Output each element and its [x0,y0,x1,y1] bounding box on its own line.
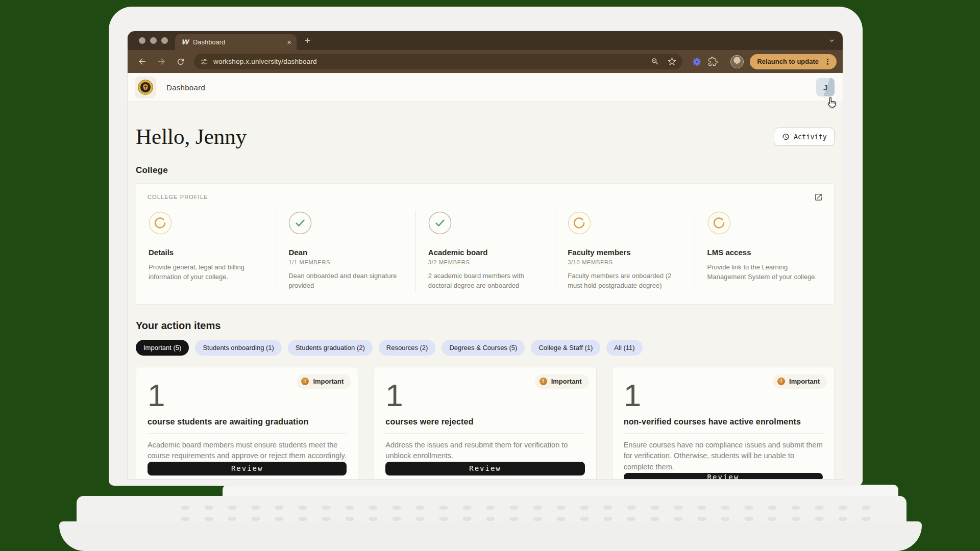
badge-label: Important [789,378,820,385]
activity-button[interactable]: Activity [774,128,835,146]
tab-close-icon[interactable]: × [287,38,291,46]
check-icon [288,211,312,235]
action-card-rejected-courses: Important 1 courses were rejected Addres… [374,367,596,479]
card-title: non-verified courses have active enrolme… [624,417,823,427]
review-button[interactable]: Review [624,473,823,479]
chip-resources[interactable]: Resources (2) [379,340,436,356]
college-logo[interactable] [135,77,156,98]
tab-title: Dashboard [193,39,282,46]
browser-tab-dashboard[interactable]: W Dashboard × [175,34,297,50]
dashboard-page: Dashboard J Hello, Jenny Activity Colleg… [128,73,843,479]
step-desc: Dean onboarded and dean signature provid… [288,271,402,291]
forward-icon[interactable] [153,54,169,70]
browser-toolbar: workshop.x.university/dashboard [128,50,843,73]
browser-tabstrip: W Dashboard × + [128,31,843,50]
step-details[interactable]: Details Provide general, legal and billi… [136,211,276,291]
important-icon [301,378,309,385]
reload-icon[interactable] [173,54,189,70]
traffic-light-minimize[interactable] [150,37,157,44]
chip-important[interactable]: Important (5) [136,340,189,356]
review-button[interactable]: Review [148,462,347,475]
tab-search-chevron-icon[interactable] [828,37,836,44]
laptop-base [59,521,922,551]
app-header: Dashboard J [128,73,843,102]
progress-spinner-icon [149,211,172,235]
traffic-light-zoom[interactable] [161,37,168,44]
step-name: Details [149,248,262,257]
history-icon [781,133,790,141]
step-dean[interactable]: Dean 1/1 MEMBERS Dean onboarded and dean… [276,211,415,291]
card-description: Address the issues and resubmit them for… [385,440,584,462]
step-desc: 2 academic board members with doctoral d… [428,271,542,291]
badge-label: Important [551,378,582,385]
activity-label: Activity [794,133,827,141]
step-name: Dean [288,248,402,257]
bookmark-star-icon[interactable] [668,57,676,66]
user-avatar-button[interactable]: J [816,78,835,96]
college-profile-card: COLLEGE PROFILE Details Provide g [136,183,835,305]
status-badge: Important [773,374,827,389]
divider [385,433,584,434]
action-cards: Important 1 course students are awaiting… [136,367,835,479]
chip-degrees-courses[interactable]: Degrees & Courses (5) [442,340,525,356]
filter-chips: Important (5) Students onboarding (1) St… [136,340,835,356]
important-icon [777,378,785,385]
page-content: Hello, Jenny Activity College COLLEGE PR… [128,102,843,479]
site-settings-icon[interactable] [200,58,208,66]
step-faculty-members[interactable]: Faculty members 3/10 MEMBERS Faculty mem… [555,211,694,291]
card-description: Academic board members must ensure stude… [148,440,347,462]
step-name: Faculty members [568,248,681,257]
divider [148,433,347,434]
review-button[interactable]: Review [385,462,584,475]
action-items-title: Your action items [136,320,835,332]
step-lms-access[interactable]: LMS access Provide link to the Learning … [695,211,834,291]
chip-students-onboarding[interactable]: Students onboarding (1) [195,340,281,356]
step-name: LMS access [707,248,821,257]
step-members: 3/10 MEMBERS [568,259,681,265]
college-section-title: College [136,165,835,176]
chip-college-staff[interactable]: College & Staff (1) [531,340,600,356]
progress-spinner-icon [568,211,591,235]
toolbar-right-cluster: Relaunch to update ⋮ [688,54,837,69]
browser-profile-avatar[interactable] [730,55,744,68]
card-description: Ensure courses have no compliance issues… [624,440,823,473]
new-tab-button[interactable]: + [305,35,310,46]
page-title: Dashboard [166,83,205,92]
back-icon[interactable] [134,54,150,70]
step-academic-board[interactable]: Academic board 3/2 MEMBERS 2 academic bo… [415,211,555,291]
extensions-puzzle-icon[interactable] [708,57,718,66]
laptop-screen: W Dashboard × + wor [109,7,863,486]
step-members: 1/1 MEMBERS [288,259,402,265]
check-icon [428,211,452,235]
address-bar[interactable]: workshop.x.university/dashboard [194,54,682,69]
status-badge: Important [297,374,351,389]
mouse-cursor-pointer [826,96,839,109]
divider [624,433,823,434]
step-name: Academic board [428,248,542,257]
window-controls [139,37,168,44]
tab-favicon-icon: W [181,38,188,46]
settings-gear-icon[interactable] [692,57,702,67]
status-badge: Important [535,374,589,389]
browser-menu-icon[interactable]: ⋮ [824,57,831,66]
traffic-light-close[interactable] [139,37,145,44]
college-steps: Details Provide general, legal and billi… [136,211,834,291]
card-title: courses were rejected [385,417,584,427]
important-icon [540,378,547,385]
browser-window: W Dashboard × + wor [128,31,843,479]
progress-spinner-icon [707,211,731,235]
college-profile-label: COLLEGE PROFILE [136,194,834,200]
greeting-heading: Hello, Jenny [136,124,247,149]
action-card-nonverified-courses: Important 1 non-verified courses have ac… [612,367,835,479]
action-card-graduation: Important 1 course students are awaiting… [136,367,358,479]
open-external-icon[interactable] [814,193,823,202]
url-text[interactable]: workshop.x.university/dashboard [213,58,646,65]
card-title: course students are awaiting graduation [148,417,347,427]
chip-all[interactable]: All (11) [606,340,642,356]
chip-students-graduation[interactable]: Students graduation (2) [288,340,373,356]
step-desc: Provide link to the Learning Management … [707,263,821,282]
step-desc: Faculty members are onboarded (2 must ho… [568,271,681,291]
toolbar-separator [724,57,724,66]
relaunch-to-update-button[interactable]: Relaunch to update ⋮ [750,54,837,69]
zoom-icon[interactable] [651,57,659,66]
